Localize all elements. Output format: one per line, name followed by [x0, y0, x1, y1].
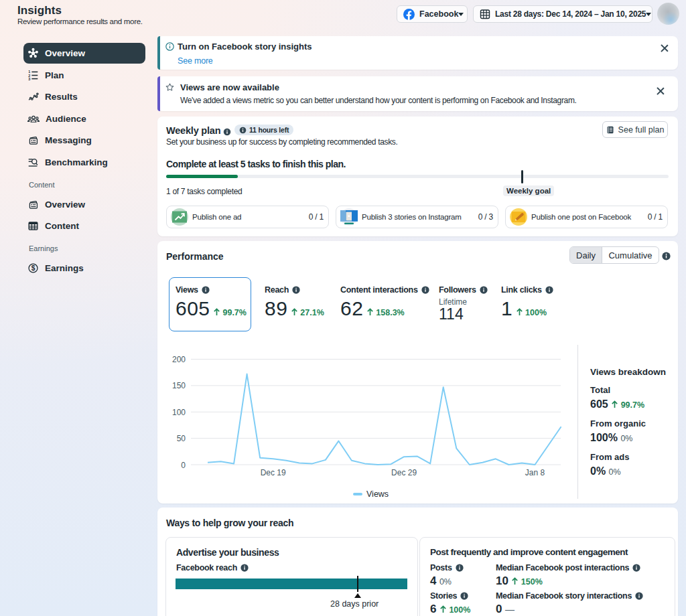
svg-text:$: $ [31, 264, 36, 272]
svg-text:150: 150 [172, 381, 186, 390]
svg-text:100: 100 [172, 408, 186, 417]
svg-text:50: 50 [177, 434, 186, 443]
svg-text:200: 200 [172, 355, 186, 364]
svg-text:Dec 29: Dec 29 [391, 468, 417, 477]
svg-text:0: 0 [181, 461, 186, 470]
svg-text:Dec 19: Dec 19 [261, 468, 286, 477]
svg-text:Jan 8: Jan 8 [525, 468, 545, 477]
svg-text:3: 3 [28, 76, 30, 80]
